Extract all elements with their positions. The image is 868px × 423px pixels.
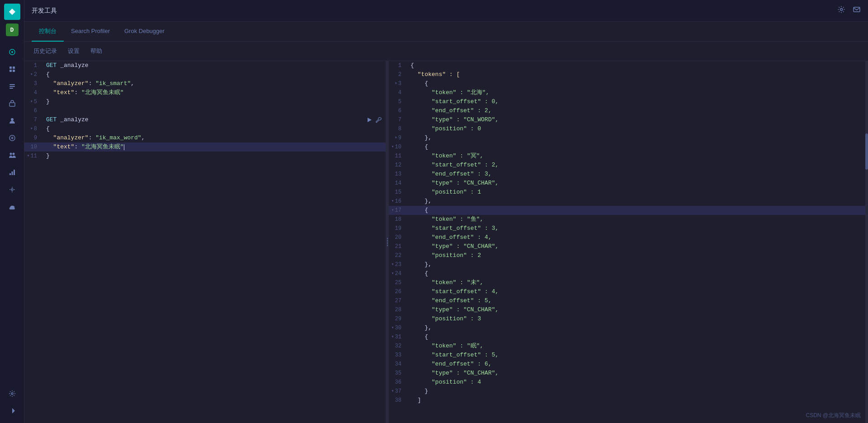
sidebar-item-expand[interactable] bbox=[5, 404, 19, 418]
right-code-text-24: { bbox=[407, 269, 868, 278]
right-code-text-20: "end_offset" : 4, bbox=[407, 233, 868, 242]
right-line-24: ▾24 { bbox=[389, 269, 868, 278]
right-line-14: 14 "type" : "CN_CHAR", bbox=[389, 179, 868, 188]
toolbar: 历史记录 设置 帮助 bbox=[24, 42, 868, 61]
right-code-text-14: "type" : "CN_CHAR", bbox=[407, 179, 868, 188]
right-code-text-29: "position" : 3 bbox=[407, 314, 868, 323]
settings-icon[interactable] bbox=[837, 5, 845, 16]
drag-dots bbox=[387, 238, 388, 246]
right-line-number-2: 2 bbox=[389, 70, 407, 79]
sidebar-item-list[interactable] bbox=[5, 79, 19, 94]
code-editor-panel: 1 GET _analyze ▾2 { 3 "analyzer": "ik_sm… bbox=[24, 61, 386, 423]
tab-grok-debugger[interactable]: Grok Debugger bbox=[117, 22, 172, 42]
svg-rect-8 bbox=[9, 88, 13, 89]
sidebar-item-cloud[interactable] bbox=[5, 200, 19, 214]
header-left: 开发工具 bbox=[32, 7, 57, 15]
right-line-number-15: 15 bbox=[389, 188, 407, 197]
right-line-number-4: 4 bbox=[389, 88, 407, 97]
output-editor[interactable]: 1{2 "tokens" : [▾3 {4 "token" : "北海",5 "… bbox=[389, 61, 868, 423]
right-line-number-25: 25 bbox=[389, 278, 407, 287]
right-line-number-35: 35 bbox=[389, 369, 407, 378]
code-editor[interactable]: 1 GET _analyze ▾2 { 3 "analyzer": "ik_sm… bbox=[24, 61, 386, 423]
resize-handle[interactable] bbox=[386, 61, 389, 423]
right-code-text-25: "token" : "未", bbox=[407, 278, 868, 287]
right-line-29: 29 "position" : 3 bbox=[389, 314, 868, 323]
svg-rect-15 bbox=[11, 171, 13, 175]
sidebar-item-user[interactable] bbox=[5, 114, 19, 128]
line-number-7: 7 bbox=[24, 115, 42, 124]
svg-point-12 bbox=[9, 153, 12, 155]
right-line-number-8: 8 bbox=[389, 124, 407, 133]
sidebar-item-analytics[interactable] bbox=[5, 165, 19, 180]
right-line-number-29: 29 bbox=[389, 314, 407, 323]
right-code-text-31: { bbox=[407, 333, 868, 342]
right-line-6: 6 "end_offset" : 2, bbox=[389, 106, 868, 115]
right-line-number-5: 5 bbox=[389, 97, 407, 106]
mail-icon[interactable] bbox=[853, 5, 861, 16]
right-code-text-7: "type" : "CN_WORD", bbox=[407, 115, 868, 124]
right-line-number-9: ▾9 bbox=[389, 133, 407, 143]
wrench-icon[interactable] bbox=[375, 116, 382, 124]
svg-rect-5 bbox=[13, 70, 15, 72]
right-line-23: ▾23 }, bbox=[389, 260, 868, 269]
code-text-11: } bbox=[42, 152, 386, 161]
right-line-number-20: 20 bbox=[389, 233, 407, 242]
sidebar-item-store[interactable] bbox=[5, 96, 19, 111]
sidebar-item-dashboard[interactable] bbox=[5, 62, 19, 76]
line-7-actions bbox=[366, 116, 386, 124]
right-line-number-1: 1 bbox=[389, 61, 407, 70]
right-line-20: 20 "end_offset" : 4, bbox=[389, 233, 868, 242]
sidebar-item-puzzle[interactable] bbox=[5, 131, 19, 145]
right-code-text-3: { bbox=[407, 79, 868, 88]
right-line-number-27: 27 bbox=[389, 296, 407, 305]
right-line-2: 2 "tokens" : [ bbox=[389, 70, 868, 79]
right-line-number-6: 6 bbox=[389, 106, 407, 115]
sidebar-item-team[interactable] bbox=[5, 148, 19, 162]
app-logo[interactable] bbox=[4, 4, 20, 20]
right-line-33: 33 "start_offset" : 5, bbox=[389, 351, 868, 360]
code-text-4: "text": "北海冥鱼未眠" bbox=[42, 88, 386, 97]
line-number-6: 6 bbox=[24, 106, 42, 115]
run-icon[interactable] bbox=[366, 116, 373, 124]
right-line-15: 15 "position" : 1 bbox=[389, 188, 868, 197]
right-code-text-37: } bbox=[407, 387, 868, 396]
right-code-text-30: }, bbox=[407, 323, 868, 333]
right-line-1: 1{ bbox=[389, 61, 868, 70]
right-line-19: 19 "start_offset" : 3, bbox=[389, 224, 868, 233]
tab-search-profiler[interactable]: Search Profiler bbox=[64, 22, 117, 42]
right-code-text-6: "end_offset" : 2, bbox=[407, 106, 868, 115]
right-line-number-3: ▾3 bbox=[389, 79, 407, 88]
right-line-number-7: 7 bbox=[389, 115, 407, 124]
right-line-10: ▾10 { bbox=[389, 143, 868, 152]
right-line-number-16: ▾16 bbox=[389, 197, 407, 206]
right-code-text-9: }, bbox=[407, 133, 868, 143]
line-number-8: ▾8 bbox=[24, 124, 42, 133]
code-text-3: "analyzer": "ik_smart", bbox=[42, 79, 386, 88]
sidebar-item-home[interactable] bbox=[5, 45, 19, 59]
code-text-8: { bbox=[42, 124, 386, 133]
right-code-text-27: "end_offset" : 5, bbox=[407, 296, 868, 305]
code-line-6: 6 bbox=[24, 106, 386, 115]
history-button[interactable]: 历史记录 bbox=[32, 45, 59, 57]
right-code-text-8: "position" : 0 bbox=[407, 124, 868, 133]
user-avatar[interactable]: D bbox=[6, 24, 19, 36]
right-line-number-22: 22 bbox=[389, 251, 407, 260]
settings-button[interactable]: 设置 bbox=[66, 45, 81, 57]
help-button[interactable]: 帮助 bbox=[89, 45, 104, 57]
svg-point-19 bbox=[840, 9, 843, 11]
svg-point-13 bbox=[12, 153, 14, 155]
sidebar-item-tools[interactable] bbox=[5, 182, 19, 197]
right-line-number-28: 28 bbox=[389, 305, 407, 314]
sidebar-item-settings[interactable] bbox=[5, 386, 19, 401]
right-line-4: 4 "token" : "北海", bbox=[389, 88, 868, 97]
code-line-5: ▾5 } bbox=[24, 97, 386, 106]
right-code-text-5: "start_offset" : 0, bbox=[407, 97, 868, 106]
right-line-25: 25 "token" : "未", bbox=[389, 278, 868, 287]
line-number-9: 9 bbox=[24, 133, 42, 143]
right-line-number-33: 33 bbox=[389, 351, 407, 360]
right-line-number-12: 12 bbox=[389, 161, 407, 170]
right-line-22: 22 "position" : 2 bbox=[389, 251, 868, 260]
line-number-2: ▾2 bbox=[24, 70, 42, 79]
tab-console[interactable]: 控制台 bbox=[32, 22, 64, 42]
scrollbar-thumb[interactable] bbox=[865, 133, 868, 170]
